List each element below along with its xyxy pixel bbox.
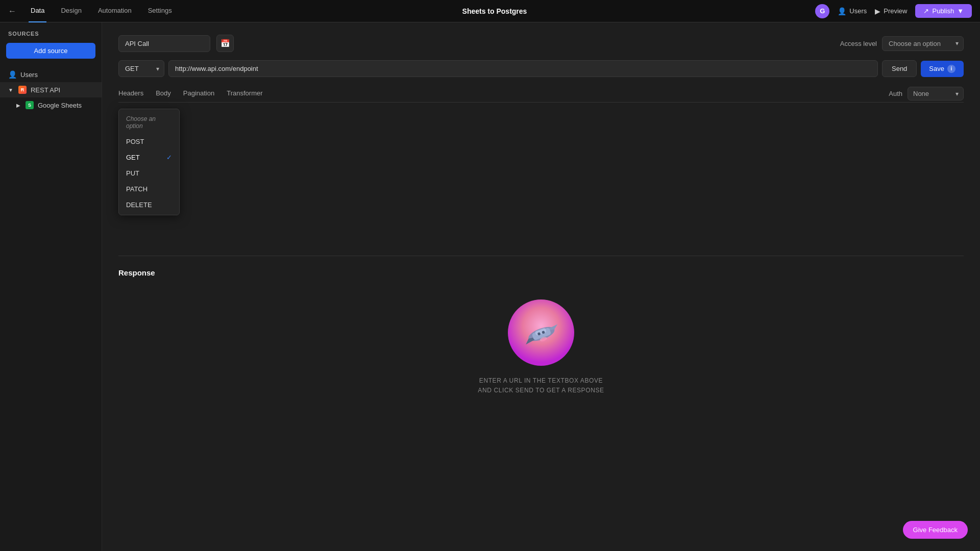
sidebar-item-google-sheets[interactable]: ▶ S Google Sheets [0,97,102,113]
chevron-down-icon: ▼ [8,87,13,93]
url-input[interactable] [168,60,878,77]
top-navigation: ← Data Design Automation Settings Sheets… [0,0,980,22]
dropdown-item-get[interactable]: GET ✓ [119,149,179,165]
users-sidebar-icon: 👤 [8,70,16,79]
tab-transformer[interactable]: Transformer [227,85,262,102]
tab-body[interactable]: Body [156,85,171,102]
avatar: G [815,4,829,18]
calendar-button[interactable]: 📅 [216,35,234,52]
calendar-icon: 📅 [220,39,230,48]
tab-pagination[interactable]: Pagination [183,85,214,102]
method-select-wrapper: GET POST PUT PATCH DELETE [118,60,164,77]
sidebar: Sources Add source 👤 Users ▼ R REST API … [0,22,102,551]
main-layout: Sources Add source 👤 Users ▼ R REST API … [0,22,980,551]
send-button[interactable]: Send [882,60,917,77]
chevron-right-icon: ▶ [16,103,20,108]
save-button[interactable]: Save i [921,61,964,77]
method-select[interactable]: GET POST PUT PATCH DELETE [118,60,164,77]
dropdown-item-delete[interactable]: DELETE [119,197,179,213]
response-empty-state: ENTER A URL IN THE TEXTBOX ABOVE AND CLI… [118,289,964,406]
tab-design[interactable]: Design [59,0,83,22]
preview-icon: ▶ [875,7,880,15]
sources-title: Sources [0,31,102,43]
response-illustration [508,299,574,366]
response-section: Response [118,256,964,406]
add-source-button[interactable]: Add source [6,43,95,59]
dropdown-item-post[interactable]: POST [119,134,179,149]
nav-tabs: Data Design Automation Settings [29,0,174,22]
main-content: 📅 Access level Choose an option GET POST… [102,22,980,551]
method-dropdown: Choose an option POST GET ✓ PUT PATCH DE… [118,109,180,215]
back-button[interactable]: ← [8,7,16,16]
sidebar-item-rest-api[interactable]: ▼ R REST API [0,82,102,97]
auth-select[interactable]: None Bearer Token API Key [908,87,964,101]
auth-select-wrapper: None Bearer Token API Key [908,87,964,101]
access-level-select[interactable]: Choose an option [882,36,964,51]
check-icon: ✓ [166,154,172,161]
page-title: Sheets to Postgres [186,7,803,15]
tab-headers[interactable]: Headers [118,85,143,102]
preview-button[interactable]: ▶ Preview [875,7,907,15]
publish-icon: ↗ [923,7,929,15]
tab-automation[interactable]: Automation [96,0,134,22]
users-button[interactable]: 👤 Users [838,7,867,15]
info-icon: i [947,65,955,73]
topnav-right: G 👤 Users ▶ Preview ↗ Publish ▼ [815,4,972,18]
tab-settings[interactable]: Settings [146,0,174,22]
access-level-select-wrapper: Choose an option [882,36,964,51]
access-level-area: Access level Choose an option [840,36,964,51]
access-level-label: Access level [840,40,877,47]
tab-data[interactable]: Data [29,0,46,22]
api-header: 📅 Access level Choose an option [118,35,964,52]
spaceship-svg [518,315,564,350]
rest-api-icon: R [18,86,27,94]
google-sheets-icon: S [26,101,34,109]
url-row: GET POST PUT PATCH DELETE Send Save i Ch… [118,60,964,77]
response-empty-text: ENTER A URL IN THE TEXTBOX ABOVE AND CLI… [478,376,604,395]
users-icon: 👤 [838,7,846,15]
give-feedback-button[interactable]: Give Feedback [903,521,968,539]
response-title: Response [118,268,964,277]
dropdown-item-put[interactable]: PUT [119,165,179,181]
dropdown-item-patch[interactable]: PATCH [119,181,179,197]
auth-area: Auth None Bearer Token API Key [889,87,964,101]
publish-button[interactable]: ↗ Publish ▼ [915,4,972,18]
sidebar-item-users[interactable]: 👤 Users [0,67,102,82]
api-name-input[interactable] [118,35,210,52]
tabs-row: Headers Body Pagination Transformer Auth… [118,85,964,103]
auth-label: Auth [889,90,902,97]
publish-chevron-icon: ▼ [957,7,964,15]
dropdown-header: Choose an option [119,111,179,134]
